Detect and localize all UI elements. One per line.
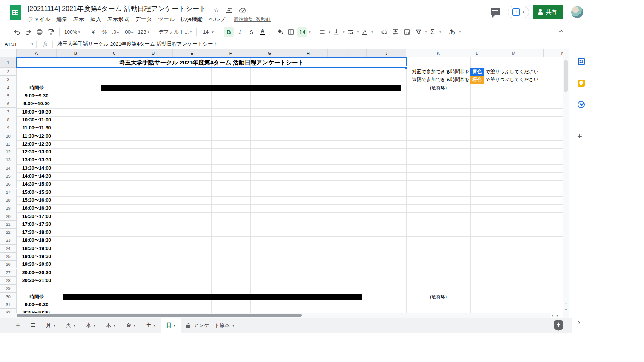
timeslot-cell[interactable]: 13:00〜13:30 xyxy=(17,156,57,164)
row-header-17[interactable]: 17 xyxy=(0,189,17,196)
timeslot-cell[interactable]: 11:00〜11:30 xyxy=(17,124,57,132)
row-header-31[interactable]: 31 xyxy=(0,301,17,309)
menu-item-5[interactable]: データ xyxy=(132,15,155,24)
text-wrap-button[interactable] xyxy=(346,27,355,37)
row-header-1[interactable]: 1 xyxy=(0,57,17,68)
column-header-K[interactable]: K xyxy=(406,49,470,57)
row-header-23[interactable]: 23 xyxy=(0,236,17,244)
timeslot-cell[interactable]: 14:30〜15:00 xyxy=(17,180,57,188)
row-header-26[interactable]: 26 xyxy=(0,261,17,268)
move-to-folder-icon[interactable] xyxy=(225,7,233,14)
italic-button[interactable]: I xyxy=(235,27,245,37)
timeslot-cell[interactable]: 12:00〜12:30 xyxy=(17,140,57,148)
sheet-tab-1[interactable]: 月▾ xyxy=(41,318,61,333)
column-header-D[interactable]: D xyxy=(134,49,173,57)
tab-menu-caret[interactable]: ▾ xyxy=(232,324,234,327)
row-header-27[interactable]: 27 xyxy=(0,269,17,277)
menu-item-6[interactable]: ツール xyxy=(155,15,178,24)
add-sheet-button[interactable]: + xyxy=(11,318,26,333)
name-box[interactable]: A1:J1▾ xyxy=(0,41,36,47)
merge-cells-button[interactable] xyxy=(297,27,307,37)
timeslot-cell[interactable]: 9:00〜9:30 xyxy=(17,92,57,100)
column-header-E[interactable]: E xyxy=(173,49,211,57)
annotation-text-1[interactable]: 対面で参加できる時間帯を xyxy=(406,68,469,76)
star-icon[interactable]: ☆ xyxy=(214,6,219,14)
vertical-scrollbar[interactable]: ▴ ▾ xyxy=(563,49,569,318)
row-header-9[interactable]: 9 xyxy=(0,124,17,132)
timeslot-cell[interactable]: 10:00〜10:30 xyxy=(17,108,57,116)
annotation-suffix-2[interactable]: で塗りつぶしてください xyxy=(486,76,545,84)
select-all-corner[interactable] xyxy=(0,49,17,57)
menu-item-2[interactable]: 表示 xyxy=(70,15,87,24)
row-header-19[interactable]: 19 xyxy=(0,204,17,212)
row-header-18[interactable]: 18 xyxy=(0,196,17,204)
last-edit-link[interactable]: 最終編集: 数秒前 xyxy=(234,16,271,23)
hide-menus-button[interactable] xyxy=(558,27,565,35)
sheet-tab-5[interactable]: 金▾ xyxy=(121,318,141,333)
timeslot-cell[interactable]: 16:30〜17:00 xyxy=(17,212,57,220)
row-header-7[interactable]: 7 xyxy=(0,108,17,116)
vertical-scrollbar-thumb[interactable] xyxy=(564,60,568,92)
row-header-32[interactable]: 32 xyxy=(0,309,17,313)
annotation-text-2[interactable]: 遠隔で参加できる時間帯を xyxy=(406,76,469,84)
row-header-29[interactable]: 29 xyxy=(0,285,17,293)
timeslot-cell[interactable]: 9:00〜9:30 xyxy=(17,301,57,309)
timeslot-cell[interactable]: 9:30〜10:00 xyxy=(17,100,57,108)
sheet-tab-7[interactable]: 日▾ xyxy=(161,318,181,333)
share-status-button[interactable]: ↑ ▾ xyxy=(508,6,529,18)
all-sheets-button[interactable] xyxy=(26,318,41,333)
formula-input[interactable]: 埼玉大学手話サークル 2021年度第4ターム 活動日程アンケートシート xyxy=(57,41,218,48)
row-header-14[interactable]: 14 xyxy=(0,164,17,172)
timeslot-cell[interactable]: 12:30〜13:00 xyxy=(17,148,57,156)
column-header-B[interactable]: B xyxy=(57,49,95,57)
column-header-A[interactable]: A xyxy=(17,49,57,57)
timeslot-cell[interactable]: 15:00〜15:30 xyxy=(17,189,57,196)
timeslot-cell[interactable]: 18:00〜18:30 xyxy=(17,236,57,244)
document-title[interactable]: [20211114] 2021年度第4ターム 活動日程アンケートシート xyxy=(28,4,206,13)
row-header-6[interactable]: 6 xyxy=(0,100,17,108)
tab-menu-caret[interactable]: ▾ xyxy=(74,324,76,327)
menu-item-0[interactable]: ファイル xyxy=(25,15,53,24)
tab-menu-caret[interactable]: ▾ xyxy=(114,324,116,327)
timeslot-cell[interactable]: 15:30〜16:00 xyxy=(17,196,57,204)
timeslot-cell[interactable]: 13:30〜14:00 xyxy=(17,164,57,172)
user-avatar[interactable] xyxy=(571,6,583,18)
timeslot-cell[interactable]: 17:00〜17:30 xyxy=(17,221,57,229)
scroll-left-icon[interactable]: ◂ xyxy=(551,313,553,318)
menu-item-3[interactable]: 挿入 xyxy=(87,15,104,24)
zoom-select[interactable]: 100%▾ xyxy=(63,27,81,37)
color-badge-2[interactable]: 橙色 xyxy=(470,76,484,84)
share-button[interactable]: 共有 xyxy=(533,5,563,19)
timeslot-cell[interactable]: 10:30〜11:00 xyxy=(17,116,57,124)
row-header-20[interactable]: 20 xyxy=(0,212,17,220)
number-format-select[interactable]: 123▾ xyxy=(137,27,150,37)
paint-format-button[interactable] xyxy=(46,27,56,37)
sheet-tab-3[interactable]: 水▾ xyxy=(81,318,101,333)
sheet-tab-2[interactable]: 火▾ xyxy=(61,318,81,333)
column-header-H[interactable]: H xyxy=(289,49,328,57)
sheets-logo-icon[interactable] xyxy=(10,5,21,20)
timeslot-cell[interactable]: 11:30〜12:00 xyxy=(17,132,57,140)
functions-button[interactable]: Σ xyxy=(427,27,437,37)
timeslot-cell[interactable]: 19:00〜19:30 xyxy=(17,253,57,261)
row-header-16[interactable]: 16 xyxy=(0,180,17,188)
title-cell[interactable]: 埼玉大学手話サークル 2021年度第4ターム 活動日程アンケートシート xyxy=(17,57,406,68)
row-header-30[interactable]: 30 xyxy=(0,293,17,301)
row-header-28[interactable]: 28 xyxy=(0,277,17,285)
row-header-8[interactable]: 8 xyxy=(0,116,17,124)
menu-item-4[interactable]: 表示形式 xyxy=(104,15,132,24)
timeband-header[interactable]: 時間帯 xyxy=(17,84,57,92)
tasks-icon[interactable] xyxy=(578,101,585,108)
timeslot-cell[interactable]: 19:30〜20:00 xyxy=(17,261,57,268)
timeslot-cell[interactable]: 16:00〜16:30 xyxy=(17,204,57,212)
calendar-icon[interactable]: 31 xyxy=(578,58,585,65)
color-badge-1[interactable]: 青色 xyxy=(470,68,484,76)
row-header-15[interactable]: 15 xyxy=(0,172,17,180)
scroll-right-icon[interactable]: ▸ xyxy=(557,313,559,318)
redo-button[interactable] xyxy=(23,27,33,37)
font-size-select[interactable]: 14▾ xyxy=(200,27,217,37)
row-header-13[interactable]: 13 xyxy=(0,156,17,164)
print-button[interactable] xyxy=(35,27,45,37)
column-header-C[interactable]: C xyxy=(95,49,134,57)
row-header-5[interactable]: 5 xyxy=(0,92,17,100)
